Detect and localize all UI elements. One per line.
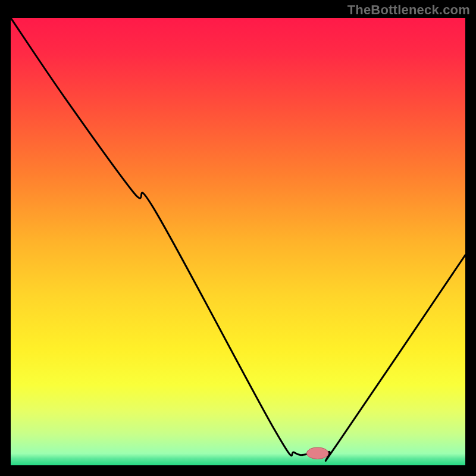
- plot-area: [11, 18, 465, 465]
- watermark-text: TheBottleneck.com: [347, 2, 470, 18]
- chart-outer-frame: TheBottleneck.com: [0, 0, 476, 476]
- heatmap-background: [11, 18, 465, 465]
- bottleneck-chart: [11, 18, 465, 465]
- optimal-point-marker: [306, 447, 328, 459]
